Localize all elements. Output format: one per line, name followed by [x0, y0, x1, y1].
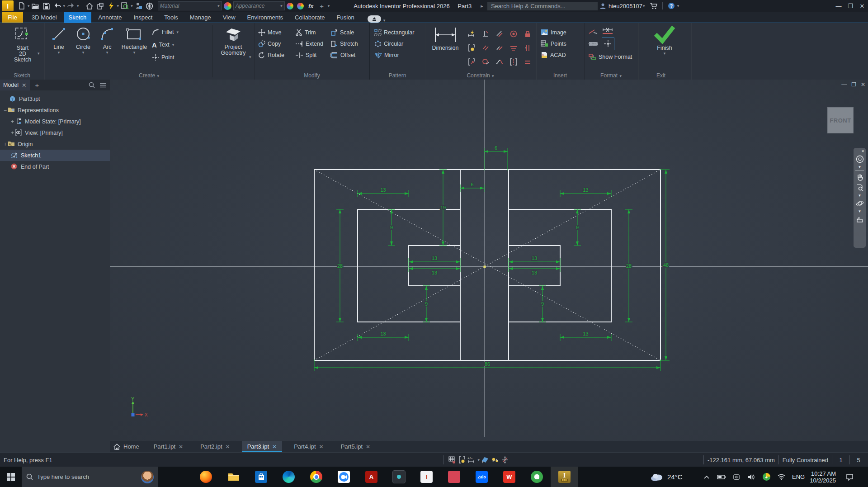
navbar-close-icon[interactable]: ✕ [861, 149, 864, 153]
close-icon[interactable]: ✕ [226, 444, 230, 450]
close-icon[interactable]: ✕ [366, 444, 370, 450]
tray-antivirus-icon[interactable]: + [760, 471, 772, 483]
panel-label-modify[interactable]: Modify [255, 72, 369, 79]
taskbar-notes-app-icon[interactable]: I [413, 467, 440, 487]
expand-icon[interactable]: + [10, 130, 15, 136]
cart-icon[interactable] [648, 1, 659, 11]
measure-button[interactable] [119, 1, 130, 11]
caret-down-icon[interactable]: ▾ [677, 4, 679, 8]
tray-battery-icon[interactable] [716, 471, 727, 483]
tree-item-model-state[interactable]: + Model State: [Primary] [0, 116, 120, 127]
taskbar-zalo-icon[interactable]: Zalo [468, 467, 495, 487]
appearance-ball-icon[interactable] [224, 2, 231, 10]
tree-item-end-of-part[interactable]: End of Part [0, 161, 121, 172]
restore-button[interactable]: ❐ [844, 0, 856, 11]
taskbar-file-explorer-icon[interactable] [220, 467, 247, 487]
doc-tab-part4[interactable]: Part4.ipt✕ [288, 441, 329, 452]
constraint-settings-icon[interactable] [464, 56, 478, 68]
tree-item-part[interactable]: Part3.ipt [0, 93, 119, 104]
close-icon[interactable]: ✕ [179, 444, 183, 450]
close-icon[interactable]: ✕ [272, 444, 277, 450]
tree-item-origin[interactable]: + Origin [0, 138, 113, 150]
open-button[interactable] [30, 1, 41, 11]
viewcube-front-face[interactable]: FRONT [830, 117, 851, 124]
graphics-canvas[interactable]: 66131313131313131386199928289948 — ❐ ✕ F… [110, 80, 868, 441]
doc-close-button[interactable]: ✕ [861, 81, 865, 88]
taskbar-edge-icon[interactable] [275, 467, 302, 487]
fx-icon[interactable]: fx [306, 1, 316, 11]
scale-button[interactable]: Scale [330, 27, 358, 38]
caret-down-icon[interactable]: ▾ [38, 51, 40, 56]
point-button[interactable]: Point [152, 51, 191, 64]
rotate-button[interactable]: Rotate [258, 49, 284, 61]
redo-button[interactable] [66, 1, 76, 11]
mirror-button[interactable]: Mirror [374, 49, 414, 61]
center-point-icon[interactable] [602, 38, 614, 50]
tab-collaborate[interactable]: Collaborate [290, 12, 330, 23]
taskbar-inventor-icon[interactable]: I PRO [551, 467, 578, 487]
fillet-button[interactable]: Fillet▾ [152, 26, 191, 38]
iproperties-button[interactable] [95, 1, 106, 11]
tray-volume-icon[interactable] [745, 471, 757, 483]
user-avatar-icon[interactable] [598, 1, 609, 11]
doc-tab-part1[interactable]: Part1.ipt✕ [148, 441, 189, 452]
pan-icon[interactable] [855, 172, 864, 182]
taskbar-store-icon[interactable] [247, 467, 275, 487]
caret-down-icon[interactable]: ▾ [77, 4, 79, 8]
taskbar-dark-app-icon[interactable] [385, 467, 413, 487]
text-button[interactable]: A Text▾ [152, 38, 191, 51]
menu-icon[interactable] [99, 83, 106, 88]
panel-label-format[interactable]: Format ▾ [585, 72, 638, 79]
new-file-button[interactable] [16, 1, 27, 11]
rectangular-pattern-button[interactable]: Rectangular [374, 27, 414, 38]
parameters-button[interactable] [133, 1, 144, 11]
taskbar-zoom-icon[interactable] [330, 467, 358, 487]
taskbar-chrome-icon[interactable] [302, 467, 330, 487]
constraint-equal-icon[interactable] [520, 56, 534, 68]
caret-down-icon[interactable]: ▾ [249, 55, 251, 59]
doc-tab-part2[interactable]: Part2.ipt✕ [195, 441, 235, 452]
offset-button[interactable]: Offset [330, 49, 358, 61]
tree-item-sketch1[interactable]: Sketch1 [0, 150, 121, 161]
constraint-tangent-circle-icon[interactable] [478, 56, 492, 68]
rectangle-button[interactable]: Rectangle▾ [119, 26, 149, 55]
constraint-horizontal-icon[interactable] [506, 42, 520, 54]
start-button[interactable] [0, 467, 22, 487]
zoom-icon[interactable] [855, 183, 864, 192]
constraint-inference-toggle-icon[interactable] [457, 455, 467, 464]
dimension-display-icon[interactable]: +/− [467, 455, 477, 464]
orbit-icon[interactable] [855, 199, 864, 208]
doc-tab-home[interactable]: Home [110, 441, 145, 452]
caret-down-icon[interactable]: ▾ [117, 4, 119, 8]
close-button[interactable]: ✕ [856, 0, 868, 11]
trim-button[interactable]: Trim [295, 27, 323, 38]
caret-down-icon[interactable]: ▾ [859, 165, 861, 169]
constraint-smooth-icon[interactable] [492, 56, 506, 68]
steering-wheel-icon[interactable] [855, 154, 864, 164]
doc-restore-button[interactable]: ❐ [851, 81, 856, 88]
clear-appearance-icon[interactable] [297, 3, 304, 9]
panel-label-create[interactable]: Create ▾ [44, 72, 254, 79]
look-at-icon[interactable] [855, 214, 864, 224]
caret-down-icon[interactable]: ▾ [859, 193, 861, 198]
caret-down-icon[interactable]: ▾ [131, 4, 133, 8]
doc-tab-part5[interactable]: Part5.ipt✕ [335, 441, 376, 452]
material-dropdown[interactable]: Material ▾ [158, 1, 222, 10]
tab-tools[interactable]: Tools [159, 12, 183, 23]
constraint-coincident-icon[interactable] [492, 28, 506, 40]
material-wheel-icon[interactable] [144, 1, 155, 11]
driven-dimension-icon[interactable] [602, 27, 613, 35]
constraint-concentric-icon[interactable] [506, 28, 520, 40]
constraint-inference-icon[interactable] [464, 42, 478, 54]
construction-line-icon[interactable] [588, 28, 598, 35]
collapse-icon[interactable]: − [3, 107, 8, 113]
copy-button[interactable]: Copy [258, 38, 284, 49]
tab-sketch[interactable]: Sketch [64, 12, 92, 23]
taskbar-search-input[interactable]: Type here to search [22, 467, 158, 487]
close-icon[interactable]: ✕ [22, 82, 26, 89]
doc-minimize-button[interactable]: — [841, 81, 847, 88]
tab-fusion[interactable]: Fusion [332, 12, 359, 23]
help-search-input[interactable]: Search Help & Commands... [487, 2, 598, 10]
plus-icon[interactable]: + [316, 1, 327, 11]
tab-annotate[interactable]: Annotate [93, 12, 127, 23]
